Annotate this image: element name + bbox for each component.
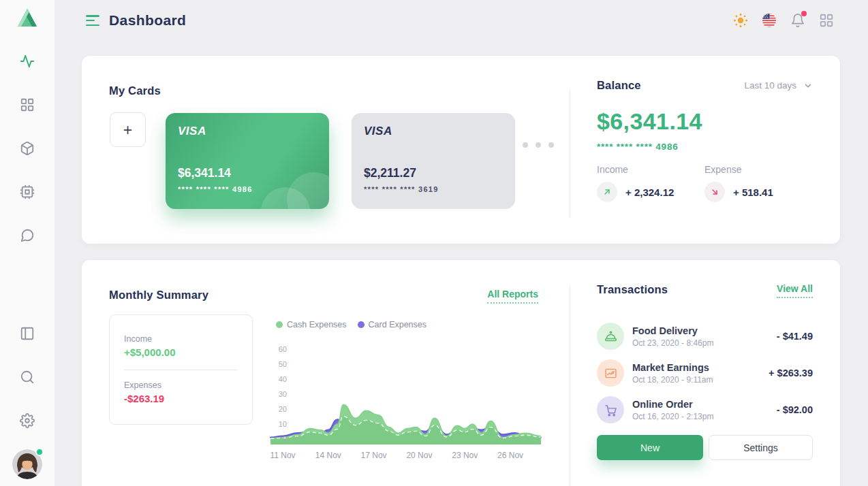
svg-text:50: 50 [279,360,287,368]
credit-card-secondary[interactable]: VISA $2,211.27 **** **** **** 3619 [352,113,515,209]
svg-text:14 Nov: 14 Nov [315,451,341,460]
sidebar-item-layout[interactable] [20,326,35,341]
my-cards-title: My Cards [109,84,161,97]
legend-label: Cash Expenses [287,320,347,329]
expense-label: Expense [704,164,812,175]
sidebar-item-messages[interactable] [20,228,35,243]
transaction-row[interactable]: Food DeliveryOct 23, 2020 - 8:46pm- $41.… [597,323,813,350]
app-logo-icon[interactable] [16,7,39,30]
food-delivery-icon [597,323,624,350]
svg-text:20 Nov: 20 Nov [406,451,432,460]
sidebar-item-system[interactable] [20,184,35,199]
summary-income-label: Income [124,334,238,344]
svg-text:10: 10 [279,420,287,428]
legend-label: Card Expenses [369,320,427,329]
chart-legend: Cash Expenses Card Expenses [276,320,427,329]
legend-dot-purple [358,321,365,328]
visa-logo: VISA [178,125,317,138]
plus-icon: + [123,121,132,139]
svg-text:30: 30 [279,390,287,398]
transaction-date: Oct 23, 2020 - 8:46pm [632,338,777,348]
card-number: **** **** **** 4986 [178,185,253,193]
svg-text:60: 60 [279,345,287,353]
balance-section: Balance Last 10 days $6,341.14 **** ****… [597,79,813,202]
legend-card-expenses: Card Expenses [358,320,427,329]
arrow-up-right-icon [597,182,617,202]
market-earnings-icon [597,359,624,387]
sidebar-item-apps[interactable] [20,97,35,112]
credit-card-primary[interactable]: VISA $6,341.14 **** **** **** 4986 [166,113,329,209]
language-flag-icon[interactable] [762,13,777,28]
all-reports-link[interactable]: All Reports [487,289,538,304]
transaction-name: Market Earnings [632,362,769,373]
transaction-name: Online Order [632,399,777,410]
svg-text:23 Nov: 23 Nov [452,451,478,460]
new-transaction-button[interactable]: New [597,435,703,460]
transactions-title: Transactions [597,283,668,296]
summary-expenses-value: -$263.19 [124,393,238,404]
income-summary: Income + 2,324.12 [597,164,704,202]
theme-sun-icon[interactable] [733,13,748,28]
monthly-summary-panel: Monthly Summary All Reports Income +$5,0… [82,260,840,486]
carousel-dot[interactable] [536,142,541,148]
expenses-area-chart: 605040302010011 Nov14 Nov17 Nov20 Nov23 … [267,334,548,471]
monthly-summary-title: Monthly Summary [109,289,208,302]
page-title: Dashboard [109,12,186,29]
my-cards-panel: My Cards + VISA $6,341.14 **** **** ****… [82,56,840,244]
online-status-dot [35,448,44,456]
transaction-row[interactable]: Online OrderOct 16, 2020 - 2:13pm- $92.0… [597,396,813,423]
divider [570,286,570,486]
summary-expenses-label: Expenses [124,380,238,390]
transactions-section: Transactions View All Food DeliveryOct 2… [597,283,813,460]
legend-dot-green [276,321,283,328]
add-card-button[interactable]: + [110,112,146,147]
svg-text:17 Nov: 17 Nov [361,451,387,460]
period-label: Last 10 days [744,80,796,91]
settings-button[interactable]: Settings [709,435,813,460]
card-number: **** **** **** 3619 [364,185,439,193]
svg-text:0: 0 [283,435,287,443]
balance-title: Balance [597,79,641,92]
carousel-dot[interactable] [523,142,528,148]
card-balance: $2,211.27 [364,166,416,180]
transaction-name: Food Delivery [632,325,777,336]
transaction-amount: - $92.00 [777,404,813,415]
apps-grid-icon[interactable] [819,13,834,28]
header-actions [733,13,834,28]
sidebar [0,0,55,486]
balance-card-number: **** **** **** 4986 [597,142,813,152]
income-value: + 2,324.12 [625,187,674,198]
notification-badge [801,11,807,16]
menu-toggle-icon[interactable] [86,15,99,27]
transaction-amount: - $41.49 [777,331,813,342]
transaction-row[interactable]: Market EarningsOct 18, 2020 - 9:11am+ $2… [597,359,813,387]
svg-text:11 Nov: 11 Nov [270,451,295,460]
sidebar-item-packages[interactable] [20,141,35,156]
sidebar-item-activity[interactable] [20,54,35,69]
sidebar-item-settings[interactable] [20,413,35,428]
period-selector[interactable]: Last 10 days [744,80,813,91]
carousel-dot[interactable] [548,142,554,148]
summary-box: Income +$5,000.00 Expenses -$263.19 [109,314,253,425]
divider [570,90,570,218]
expense-value: + 518.41 [733,187,773,198]
transaction-date: Oct 18, 2020 - 9:11am [632,375,769,385]
online-order-icon [597,396,624,423]
chevron-down-icon [803,81,813,91]
expense-summary: Expense + 518.41 [704,164,812,202]
divider [124,370,238,370]
notifications-bell-icon[interactable] [790,13,805,28]
summary-income-value: +$5,000.00 [124,346,238,358]
svg-text:40: 40 [279,375,287,383]
transaction-date: Oct 16, 2020 - 2:13pm [632,412,777,421]
income-label: Income [597,164,704,175]
balance-amount: $6,341.14 [597,108,813,135]
transaction-amount: + $263.39 [769,368,813,378]
sidebar-item-search[interactable] [20,370,35,385]
user-avatar[interactable] [12,449,42,479]
card-balance: $6,341.14 [178,166,231,180]
view-all-link[interactable]: View All [777,283,813,298]
svg-text:26 Nov: 26 Nov [497,451,523,460]
visa-logo: VISA [364,125,503,138]
carousel-dots [510,142,554,148]
